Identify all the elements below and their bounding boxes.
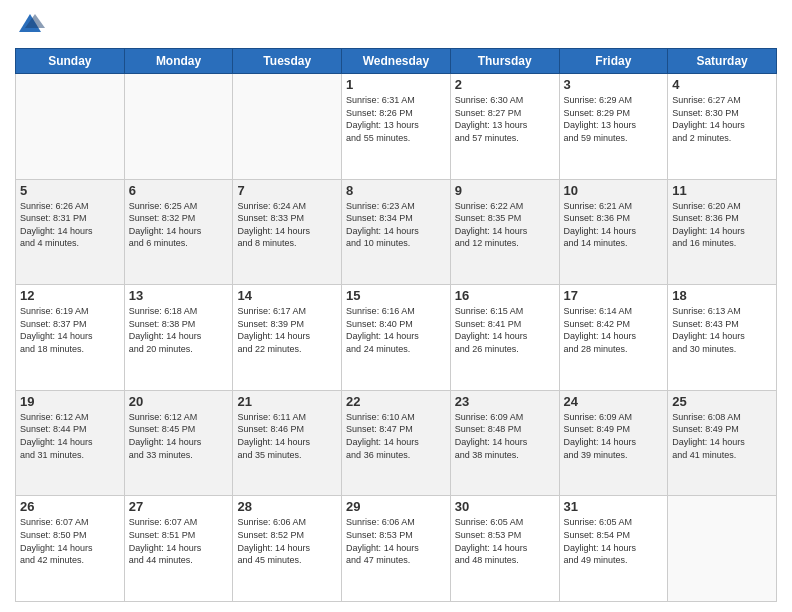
day-number: 22 <box>346 394 446 409</box>
calendar-week-row: 19Sunrise: 6:12 AM Sunset: 8:44 PM Dayli… <box>16 390 777 496</box>
day-info: Sunrise: 6:07 AM Sunset: 8:50 PM Dayligh… <box>20 516 120 566</box>
day-number: 14 <box>237 288 337 303</box>
table-row <box>124 74 233 180</box>
table-row: 31Sunrise: 6:05 AM Sunset: 8:54 PM Dayli… <box>559 496 668 602</box>
day-number: 26 <box>20 499 120 514</box>
day-number: 7 <box>237 183 337 198</box>
logo-icon <box>15 10 45 40</box>
day-info: Sunrise: 6:17 AM Sunset: 8:39 PM Dayligh… <box>237 305 337 355</box>
day-info: Sunrise: 6:07 AM Sunset: 8:51 PM Dayligh… <box>129 516 229 566</box>
day-info: Sunrise: 6:13 AM Sunset: 8:43 PM Dayligh… <box>672 305 772 355</box>
day-number: 12 <box>20 288 120 303</box>
table-row: 11Sunrise: 6:20 AM Sunset: 8:36 PM Dayli… <box>668 179 777 285</box>
table-row: 20Sunrise: 6:12 AM Sunset: 8:45 PM Dayli… <box>124 390 233 496</box>
table-row: 5Sunrise: 6:26 AM Sunset: 8:31 PM Daylig… <box>16 179 125 285</box>
day-info: Sunrise: 6:30 AM Sunset: 8:27 PM Dayligh… <box>455 94 555 144</box>
table-row: 21Sunrise: 6:11 AM Sunset: 8:46 PM Dayli… <box>233 390 342 496</box>
header-monday: Monday <box>124 49 233 74</box>
table-row: 6Sunrise: 6:25 AM Sunset: 8:32 PM Daylig… <box>124 179 233 285</box>
day-number: 4 <box>672 77 772 92</box>
day-info: Sunrise: 6:05 AM Sunset: 8:54 PM Dayligh… <box>564 516 664 566</box>
header-sunday: Sunday <box>16 49 125 74</box>
day-number: 25 <box>672 394 772 409</box>
calendar-table: Sunday Monday Tuesday Wednesday Thursday… <box>15 48 777 602</box>
table-row: 30Sunrise: 6:05 AM Sunset: 8:53 PM Dayli… <box>450 496 559 602</box>
day-number: 21 <box>237 394 337 409</box>
table-row: 18Sunrise: 6:13 AM Sunset: 8:43 PM Dayli… <box>668 285 777 391</box>
table-row <box>233 74 342 180</box>
day-number: 1 <box>346 77 446 92</box>
day-number: 15 <box>346 288 446 303</box>
day-info: Sunrise: 6:11 AM Sunset: 8:46 PM Dayligh… <box>237 411 337 461</box>
day-info: Sunrise: 6:08 AM Sunset: 8:49 PM Dayligh… <box>672 411 772 461</box>
table-row: 13Sunrise: 6:18 AM Sunset: 8:38 PM Dayli… <box>124 285 233 391</box>
day-number: 16 <box>455 288 555 303</box>
day-info: Sunrise: 6:15 AM Sunset: 8:41 PM Dayligh… <box>455 305 555 355</box>
table-row: 14Sunrise: 6:17 AM Sunset: 8:39 PM Dayli… <box>233 285 342 391</box>
page: Sunday Monday Tuesday Wednesday Thursday… <box>0 0 792 612</box>
day-info: Sunrise: 6:26 AM Sunset: 8:31 PM Dayligh… <box>20 200 120 250</box>
calendar-week-row: 12Sunrise: 6:19 AM Sunset: 8:37 PM Dayli… <box>16 285 777 391</box>
table-row: 24Sunrise: 6:09 AM Sunset: 8:49 PM Dayli… <box>559 390 668 496</box>
day-number: 8 <box>346 183 446 198</box>
day-info: Sunrise: 6:16 AM Sunset: 8:40 PM Dayligh… <box>346 305 446 355</box>
day-number: 6 <box>129 183 229 198</box>
day-number: 29 <box>346 499 446 514</box>
day-number: 23 <box>455 394 555 409</box>
day-info: Sunrise: 6:29 AM Sunset: 8:29 PM Dayligh… <box>564 94 664 144</box>
table-row: 15Sunrise: 6:16 AM Sunset: 8:40 PM Dayli… <box>342 285 451 391</box>
day-number: 18 <box>672 288 772 303</box>
calendar-week-row: 26Sunrise: 6:07 AM Sunset: 8:50 PM Dayli… <box>16 496 777 602</box>
day-number: 20 <box>129 394 229 409</box>
day-info: Sunrise: 6:18 AM Sunset: 8:38 PM Dayligh… <box>129 305 229 355</box>
day-info: Sunrise: 6:25 AM Sunset: 8:32 PM Dayligh… <box>129 200 229 250</box>
table-row: 22Sunrise: 6:10 AM Sunset: 8:47 PM Dayli… <box>342 390 451 496</box>
day-number: 27 <box>129 499 229 514</box>
table-row: 2Sunrise: 6:30 AM Sunset: 8:27 PM Daylig… <box>450 74 559 180</box>
calendar-week-row: 1Sunrise: 6:31 AM Sunset: 8:26 PM Daylig… <box>16 74 777 180</box>
table-row: 25Sunrise: 6:08 AM Sunset: 8:49 PM Dayli… <box>668 390 777 496</box>
table-row: 26Sunrise: 6:07 AM Sunset: 8:50 PM Dayli… <box>16 496 125 602</box>
header-tuesday: Tuesday <box>233 49 342 74</box>
header-wednesday: Wednesday <box>342 49 451 74</box>
day-info: Sunrise: 6:23 AM Sunset: 8:34 PM Dayligh… <box>346 200 446 250</box>
table-row: 4Sunrise: 6:27 AM Sunset: 8:30 PM Daylig… <box>668 74 777 180</box>
day-number: 13 <box>129 288 229 303</box>
day-info: Sunrise: 6:14 AM Sunset: 8:42 PM Dayligh… <box>564 305 664 355</box>
table-row: 23Sunrise: 6:09 AM Sunset: 8:48 PM Dayli… <box>450 390 559 496</box>
weekday-header-row: Sunday Monday Tuesday Wednesday Thursday… <box>16 49 777 74</box>
table-row <box>668 496 777 602</box>
table-row: 12Sunrise: 6:19 AM Sunset: 8:37 PM Dayli… <box>16 285 125 391</box>
day-number: 24 <box>564 394 664 409</box>
logo <box>15 10 49 40</box>
table-row: 9Sunrise: 6:22 AM Sunset: 8:35 PM Daylig… <box>450 179 559 285</box>
day-number: 19 <box>20 394 120 409</box>
day-number: 11 <box>672 183 772 198</box>
table-row: 7Sunrise: 6:24 AM Sunset: 8:33 PM Daylig… <box>233 179 342 285</box>
day-info: Sunrise: 6:09 AM Sunset: 8:48 PM Dayligh… <box>455 411 555 461</box>
table-row: 10Sunrise: 6:21 AM Sunset: 8:36 PM Dayli… <box>559 179 668 285</box>
day-info: Sunrise: 6:06 AM Sunset: 8:53 PM Dayligh… <box>346 516 446 566</box>
day-info: Sunrise: 6:12 AM Sunset: 8:45 PM Dayligh… <box>129 411 229 461</box>
day-info: Sunrise: 6:20 AM Sunset: 8:36 PM Dayligh… <box>672 200 772 250</box>
day-number: 10 <box>564 183 664 198</box>
header-friday: Friday <box>559 49 668 74</box>
day-info: Sunrise: 6:22 AM Sunset: 8:35 PM Dayligh… <box>455 200 555 250</box>
day-info: Sunrise: 6:12 AM Sunset: 8:44 PM Dayligh… <box>20 411 120 461</box>
table-row: 1Sunrise: 6:31 AM Sunset: 8:26 PM Daylig… <box>342 74 451 180</box>
day-number: 2 <box>455 77 555 92</box>
day-info: Sunrise: 6:21 AM Sunset: 8:36 PM Dayligh… <box>564 200 664 250</box>
day-number: 28 <box>237 499 337 514</box>
day-number: 3 <box>564 77 664 92</box>
day-number: 30 <box>455 499 555 514</box>
table-row <box>16 74 125 180</box>
day-number: 17 <box>564 288 664 303</box>
table-row: 8Sunrise: 6:23 AM Sunset: 8:34 PM Daylig… <box>342 179 451 285</box>
table-row: 29Sunrise: 6:06 AM Sunset: 8:53 PM Dayli… <box>342 496 451 602</box>
day-info: Sunrise: 6:10 AM Sunset: 8:47 PM Dayligh… <box>346 411 446 461</box>
calendar-week-row: 5Sunrise: 6:26 AM Sunset: 8:31 PM Daylig… <box>16 179 777 285</box>
table-row: 3Sunrise: 6:29 AM Sunset: 8:29 PM Daylig… <box>559 74 668 180</box>
header <box>15 10 777 40</box>
table-row: 28Sunrise: 6:06 AM Sunset: 8:52 PM Dayli… <box>233 496 342 602</box>
day-info: Sunrise: 6:05 AM Sunset: 8:53 PM Dayligh… <box>455 516 555 566</box>
